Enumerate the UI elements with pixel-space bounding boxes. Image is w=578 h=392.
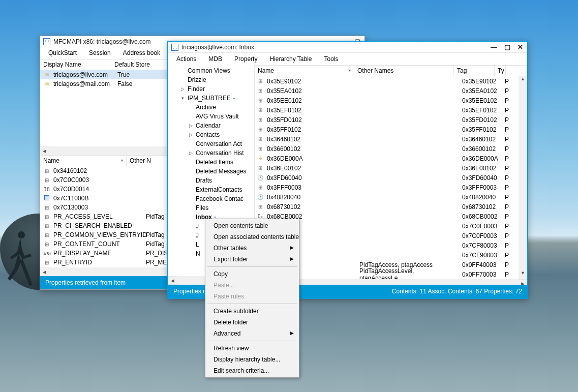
col-type[interactable]: Ty <box>495 66 506 76</box>
tree-label: Archive <box>196 104 216 111</box>
tree-item[interactable]: Drafts <box>168 176 254 185</box>
tree-item[interactable]: Facebook Contac <box>168 194 254 203</box>
menu-item-label: Open contents table <box>214 222 268 229</box>
property-row[interactable]: ⊞0x35FD01020x35FD0102P <box>255 115 519 125</box>
expand-icon[interactable]: ▾ <box>179 96 186 101</box>
menu-item[interactable]: Advanced▶ <box>206 328 298 339</box>
boolean-icon <box>43 195 50 201</box>
property-row[interactable]: ⊞0x35EA01020x35EA0102P <box>255 86 519 96</box>
menu-quickstart[interactable]: QuickStart <box>42 48 83 58</box>
tree-item[interactable]: ▾IPM_SUBTREE » <box>168 94 254 103</box>
property-tag: 0x35FF0102 <box>462 126 502 133</box>
property-row[interactable]: ⚠0x36DE000A0x36DE000AP <box>255 154 519 163</box>
tree-item[interactable]: ▷Finder <box>168 84 254 94</box>
scroll-left-icon[interactable]: ◀ <box>40 148 49 154</box>
scroll-up-icon[interactable]: ▲ <box>519 76 527 85</box>
menu-tools[interactable]: Tools <box>318 54 345 64</box>
menu-hierarchy-table[interactable]: Hierarchy Table <box>263 54 318 64</box>
property-tag: 0x7CF90003 <box>462 252 502 259</box>
col-tag[interactable]: Tag <box>454 66 495 76</box>
menu-item[interactable]: Edit search criteria... <box>206 365 298 376</box>
property-row[interactable]: ⊞0x366001020x36600102P <box>255 144 519 154</box>
menu-item[interactable]: Display hierarchy table... <box>206 354 298 365</box>
property-row[interactable]: ⊞0x687301020x68730102P <box>255 202 519 212</box>
menu-item: Paste rules <box>206 291 298 302</box>
tree-item[interactable]: ▷Contacts <box>168 130 254 139</box>
property-row[interactable]: 🕐0x3FD600400x3FD60040P <box>255 173 519 183</box>
scroll-right-icon[interactable]: ▶ <box>519 281 527 285</box>
menu-addressbook[interactable]: Address book <box>117 48 166 58</box>
property-name: 0x68730102 <box>267 203 356 210</box>
menu-item[interactable]: Delete folder <box>206 317 298 328</box>
menu-mdb[interactable]: MDB <box>202 54 228 64</box>
expand-icon[interactable]: ▷ <box>188 132 194 137</box>
expand-icon[interactable]: ▷ <box>188 150 194 156</box>
menu-item[interactable]: Copy <box>206 268 298 280</box>
col-other-names[interactable]: Other Names <box>354 66 454 76</box>
expand-icon[interactable]: ▷ <box>179 86 186 92</box>
property-tag: 0x35EE0102 <box>462 97 502 104</box>
menu-actions[interactable]: Actions <box>170 54 202 64</box>
scroll-down-icon[interactable]: ▼ <box>519 270 527 279</box>
col-name[interactable]: Name▾ <box>40 156 127 166</box>
scroll-left-icon[interactable]: ◀ <box>40 269 49 275</box>
tree-item[interactable]: ExternalContacts <box>168 185 254 194</box>
tree-label: Contacts <box>196 131 220 138</box>
tree-item[interactable]: Archive <box>168 103 254 112</box>
string-icon: ᴀʙᴄ <box>43 251 50 256</box>
tree-item[interactable]: Deleted Items <box>168 158 254 167</box>
property-tag: 0x36E00102 <box>462 165 502 172</box>
store-default: False <box>117 80 132 87</box>
binary-icon: ⊞ <box>257 165 264 171</box>
close-button[interactable]: ✕ <box>516 43 524 51</box>
inbox-vscroll[interactable]: ▲ ▼ <box>519 76 527 279</box>
property-type: P <box>505 116 509 124</box>
property-row[interactable]: ⊞0x35EF01020x35EF0102P <box>255 105 519 115</box>
col-name[interactable]: Name▾ <box>255 66 354 76</box>
tree-item[interactable]: Deleted Messages <box>168 167 254 176</box>
property-row[interactable]: ⊞0x364601020x36460102P <box>255 134 519 144</box>
binary-icon: ⊞ <box>257 117 264 123</box>
scroll-track[interactable] <box>519 85 527 270</box>
property-type: P <box>505 174 509 182</box>
col-display-name[interactable]: Display Name <box>40 59 111 70</box>
property-row[interactable]: ⊞0x3FFF00030x3FFF0003P <box>255 183 519 192</box>
tree-item[interactable]: AVG Virus Vault <box>168 112 254 121</box>
systime-icon: 🕐 <box>257 175 264 180</box>
property-row[interactable]: ⊞0x35FF01020x35FF0102P <box>255 125 519 134</box>
tree-item[interactable]: Drizzle <box>168 75 254 84</box>
minimize-button[interactable]: — <box>490 43 498 51</box>
tree-label: Files <box>196 204 208 212</box>
menu-property[interactable]: Property <box>228 54 263 64</box>
expand-icon[interactable]: ▷ <box>188 123 194 128</box>
property-type: P <box>505 213 509 220</box>
maximize-button[interactable]: ▢ <box>503 43 511 51</box>
inbox-titlebar[interactable]: triciagoss@live.com: Inbox — ▢ ✕ <box>168 42 527 53</box>
property-name: PR_ENTRYID <box>53 259 143 266</box>
tree-label: IPM_SUBTREE <box>188 95 231 102</box>
menu-item-label: Display hierarchy table... <box>214 356 280 363</box>
menu-session[interactable]: Session <box>83 48 117 58</box>
menu-item[interactable]: Refresh view <box>206 343 298 354</box>
scroll-track[interactable] <box>263 279 519 285</box>
tree-item[interactable]: ▷Conversation Hist <box>168 148 254 158</box>
menu-item[interactable]: Other tables▶ <box>206 243 298 254</box>
menu-item[interactable]: Create subfolder <box>206 306 298 317</box>
property-type: P <box>505 145 509 153</box>
menu-item-label: Open associated contents table <box>214 233 299 240</box>
property-row[interactable]: ⊞0x36E001020x36E00102P <box>255 163 519 173</box>
tree-item[interactable]: Common Views <box>168 66 254 75</box>
menu-item[interactable]: Open associated contents table <box>206 231 298 243</box>
menu-item[interactable]: Export folder▶ <box>206 254 298 265</box>
property-row[interactable]: ⊞0x35EE01020x35EE0102P <box>255 96 519 105</box>
tree-item[interactable]: Conversation Act <box>168 139 254 148</box>
property-row[interactable]: ⊞0x35E901020x35E90102P <box>255 76 519 86</box>
menu-item[interactable]: Open contents table <box>206 220 298 231</box>
property-type: P <box>505 97 509 104</box>
tree-item[interactable]: Files <box>168 203 254 213</box>
property-tag: 0x3FD60040 <box>462 174 502 182</box>
property-row[interactable]: 🕐0x408200400x40820040P <box>255 192 519 202</box>
tree-label: N <box>196 250 200 257</box>
tree-item[interactable]: ▷Calendar <box>168 121 254 130</box>
scroll-left-icon[interactable]: ◀ <box>168 278 177 283</box>
